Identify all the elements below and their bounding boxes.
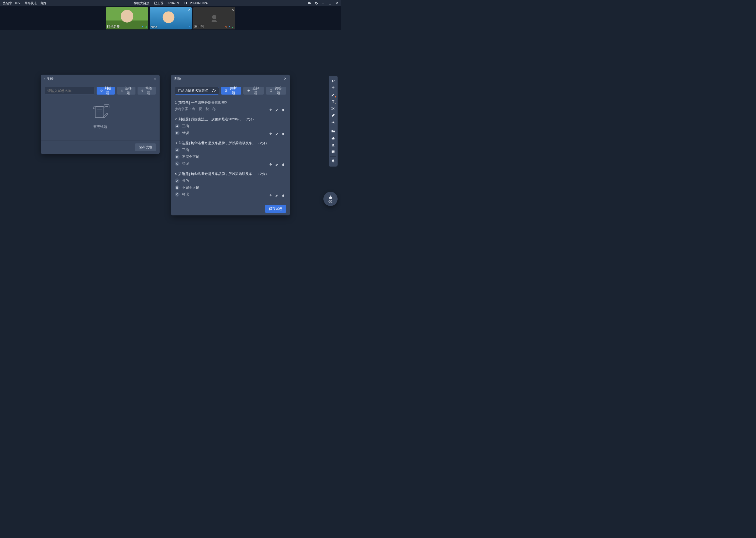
option-letter: A [175, 124, 179, 129]
move-icon[interactable] [269, 108, 272, 112]
question-item: 2 [判断题] 我国宪法上一次更新是在2020年。 （2分）A正确B错误 [175, 114, 285, 138]
question-answer: 参考答案：春、夏、秋、冬 [175, 107, 285, 111]
fullscreen-icon[interactable] [328, 1, 332, 5]
text-tool[interactable] [330, 98, 337, 105]
delete-icon[interactable] [281, 132, 285, 136]
question-item: 1 [简答题] 一年四季分别是哪四季?参考答案：春、夏、秋、冬 [175, 98, 285, 114]
add-judge-button[interactable]: 判断题 [97, 87, 115, 94]
save-quiz-button[interactable]: 保存试卷 [265, 205, 286, 213]
edit-icon[interactable] [275, 193, 279, 197]
edit-icon[interactable] [275, 108, 279, 112]
close-icon[interactable]: ✕ [284, 77, 287, 81]
delete-icon[interactable] [281, 163, 285, 167]
mic-icon [141, 26, 144, 28]
folder-tool[interactable] [330, 128, 337, 135]
option-text: 错误 [182, 161, 189, 166]
move-icon[interactable] [269, 163, 272, 167]
video-tile[interactable]: ✕王小明 [193, 7, 235, 29]
pen-tool[interactable] [330, 91, 337, 98]
option-row: C错误 [175, 192, 285, 197]
bell-icon [331, 159, 335, 163]
elapsed-time: 已上课：02:34:09 [154, 1, 179, 6]
svg-point-9 [105, 106, 106, 106]
svg-rect-0 [308, 2, 310, 4]
option-row: B错误 [175, 131, 285, 135]
pointer-sparkle-tool[interactable] [330, 78, 337, 84]
video-tile[interactable]: ✕Nina [150, 7, 192, 29]
empty-state: 暂无试题 [45, 94, 156, 137]
add-short-answer-button[interactable]: 简答题 [138, 87, 156, 94]
option-text: 不完全正确 [182, 185, 199, 190]
add-short-answer-button[interactable]: 简答题 [266, 87, 286, 94]
option-row: A正确 [175, 124, 285, 129]
record-icon[interactable] [307, 1, 311, 5]
add-choice-button[interactable]: 选择题 [117, 87, 135, 94]
panel-title: 测验 [174, 77, 181, 81]
signal-icon [232, 26, 234, 28]
question-title: 3 [单选题] 施华洛世奇是反华品牌，所以梁鼎琪反华。 （2分） [175, 141, 285, 145]
scissors-tool[interactable] [330, 105, 337, 112]
add-judge-button[interactable]: 判断题 [221, 87, 241, 94]
edit-icon[interactable] [275, 163, 279, 167]
quiz-name-input[interactable] [175, 87, 219, 94]
svg-point-10 [106, 106, 107, 106]
question-list[interactable]: 1 [简答题] 一年四季分别是哪四季?参考答案：春、夏、秋、冬2 [判断题] 我… [175, 98, 286, 198]
settings-icon[interactable] [314, 1, 318, 5]
mic-muted-icon [225, 26, 227, 28]
move-icon[interactable] [269, 132, 272, 136]
svg-point-20 [332, 121, 334, 123]
option-text: 错误 [182, 192, 189, 197]
person-tool[interactable] [330, 141, 337, 148]
option-text: 正确 [182, 148, 189, 152]
panel-title: 测验 [47, 77, 54, 81]
close-video-icon[interactable]: ✕ [188, 8, 191, 12]
video-tile[interactable]: 叮当老师 [106, 7, 148, 29]
add-choice-button[interactable]: 选择题 [243, 87, 263, 94]
chat-tool[interactable] [330, 148, 337, 155]
raise-hand-badge[interactable]: 0/2 [323, 192, 338, 206]
svg-rect-1 [322, 3, 324, 3]
delete-icon[interactable] [281, 193, 285, 197]
question-title: 4 [多选题] 施华洛世奇是反华品牌，所以梁鼎琪反华。 （2分） [175, 172, 285, 176]
chat-icon [331, 150, 335, 154]
close-video-icon[interactable]: ✕ [231, 8, 234, 12]
option-letter: B [175, 154, 179, 159]
close-icon[interactable]: ✕ [154, 77, 157, 81]
edit-icon[interactable] [275, 132, 279, 136]
option-letter: C [175, 192, 179, 197]
save-quiz-button[interactable]: 保存试卷 [135, 143, 156, 151]
option-text: 正确 [182, 124, 189, 129]
option-text: 不完全正确 [182, 154, 199, 159]
quiz-panel-empty: ‹ 测验 ✕ 判断题 选择题 简答题 [41, 75, 160, 154]
delete-icon[interactable] [281, 108, 285, 112]
bell-tool[interactable] [330, 158, 337, 164]
svg-point-16 [334, 80, 334, 80]
option-row: A正确 [175, 148, 285, 152]
move-icon [331, 86, 335, 90]
quiz-name-input[interactable] [45, 87, 95, 94]
question-item: 3 [单选题] 施华洛世奇是反华品牌，所以梁鼎琪反华。 （2分）A正确B不完全正… [175, 138, 285, 169]
close-window-icon[interactable] [335, 1, 339, 5]
option-letter: A [175, 178, 179, 183]
hand-count: 0/2 [328, 200, 332, 203]
back-icon[interactable]: ‹ [44, 77, 45, 81]
brightness-icon [331, 120, 335, 124]
pointer-sparkle-icon [331, 79, 335, 83]
question-title: 2 [判断题] 我国宪法上一次更新是在2020年。 （2分） [175, 117, 285, 122]
right-toolbar [329, 76, 338, 167]
move-icon[interactable] [269, 193, 272, 197]
option-text: 是的 [182, 178, 189, 183]
participant-name: Nina [151, 25, 157, 29]
svg-point-14 [248, 90, 249, 91]
minimize-icon[interactable] [321, 1, 325, 5]
brightness-tool[interactable] [330, 119, 337, 126]
svg-rect-21 [332, 138, 335, 139]
option-letter: C [175, 161, 179, 166]
folder-icon [331, 129, 335, 134]
option-row: C错误 [175, 161, 285, 166]
move-tool[interactable] [330, 84, 337, 91]
eraser-tool[interactable] [330, 112, 337, 119]
participant-name: 叮当老师 [107, 25, 120, 29]
toolbox-tool[interactable] [330, 135, 337, 141]
svg-rect-12 [225, 89, 227, 92]
